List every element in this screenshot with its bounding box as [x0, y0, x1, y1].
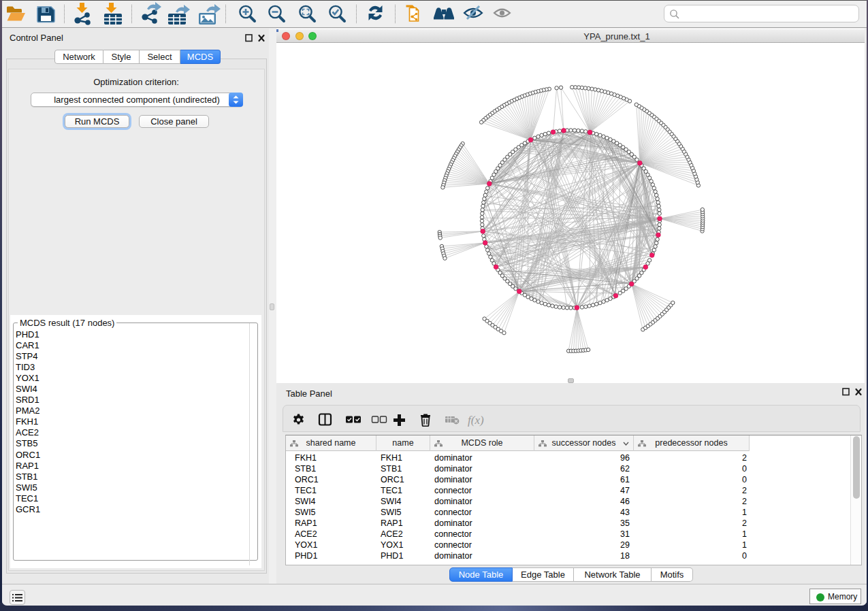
svg-text:f(x): f(x): [468, 414, 484, 427]
